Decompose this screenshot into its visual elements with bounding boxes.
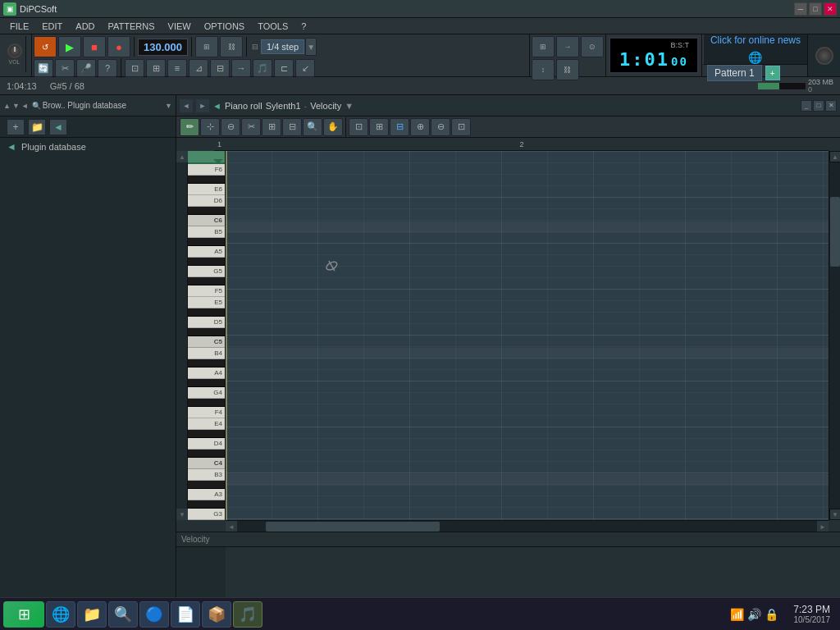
piano-key-cs6[interactable] (188, 207, 225, 215)
piano-key-bb5[interactable] (188, 238, 225, 246)
master-pitch-knob[interactable] (815, 47, 833, 65)
piano-key-gs4[interactable] (188, 379, 225, 387)
sidebar-search-icon[interactable]: 🔍 (32, 102, 41, 110)
tb2-btn-6[interactable]: ⊿ (189, 59, 208, 77)
piano-key-e5[interactable]: E5 (188, 297, 225, 308)
mixer-button[interactable]: ⊞ (195, 36, 218, 57)
snap-btn[interactable]: ↕ (532, 59, 555, 80)
close-button[interactable]: ✕ (824, 2, 837, 16)
scroll-up-arrow[interactable]: ▲ (829, 151, 840, 162)
tb2-btn-9[interactable]: 🎵 (253, 59, 272, 77)
piano-key-d6[interactable]: D6 (188, 195, 225, 207)
piano-key-g3[interactable]: G3 (188, 509, 225, 520)
piano-key-a4[interactable]: A4 (188, 368, 225, 379)
pr-pan-tool[interactable]: ✋ (323, 118, 343, 136)
piano-key-a3[interactable]: A3 (188, 489, 225, 500)
pr-mute-tool[interactable]: ⊟ (282, 118, 302, 136)
menu-help[interactable]: ? (294, 20, 313, 33)
tb2-btn-4[interactable]: ⊞ (146, 59, 166, 77)
pr-scroll-up-btn[interactable]: ▲ (176, 151, 188, 162)
pr-wrap-btn[interactable]: ⊡ (451, 118, 471, 136)
piano-key-c4[interactable]: C4 (188, 458, 225, 469)
piano-key-bb3[interactable] (188, 481, 225, 489)
link-button[interactable]: ⛓ (220, 36, 243, 57)
taskbar-ie[interactable]: 🌐 (46, 601, 75, 628)
volume-icon[interactable]: 🔊 (747, 608, 761, 621)
piano-key-f6[interactable]: F6 (188, 164, 225, 176)
tb2-btn-2[interactable]: ✂ (55, 59, 75, 77)
piano-key-g5[interactable]: G5 (188, 266, 225, 277)
piano-key-a5[interactable]: A5 (188, 246, 225, 258)
pr-zoom-tool[interactable]: 🔍 (303, 118, 322, 136)
menu-patterns[interactable]: PATTERNS (102, 20, 162, 33)
sidebar-chevron-icon[interactable]: ▼ (165, 102, 172, 110)
tb2-btn-help[interactable]: ? (98, 59, 117, 77)
piano-key-fs4[interactable] (188, 399, 225, 407)
piano-key-eb4[interactable] (188, 430, 225, 438)
piano-key-gs3[interactable] (188, 500, 225, 509)
plugin-btn[interactable]: ⊙ (581, 36, 604, 57)
menu-add[interactable]: ADD (69, 20, 101, 33)
menu-options[interactable]: OPTIONS (198, 20, 252, 33)
scroll-thumb[interactable] (830, 197, 840, 266)
piano-key-cs5[interactable] (188, 328, 225, 336)
taskbar-explorer[interactable]: 📁 (77, 601, 107, 628)
scroll-right-arrow[interactable]: ► (817, 521, 829, 532)
piano-key-d4[interactable]: D4 (188, 438, 225, 450)
piano-key-eb6[interactable] (188, 176, 225, 184)
menu-view[interactable]: VIEW (162, 20, 198, 33)
piano-key-b5[interactable]: B5 (188, 226, 225, 238)
vertical-scrollbar[interactable]: ▲ ▼ (829, 151, 840, 520)
stop-button[interactable]: ■ (83, 36, 106, 57)
piano-key-e4[interactable]: E4 (188, 418, 225, 430)
pr-prev-button[interactable]: ◄ (180, 99, 193, 112)
sidebar-up-arrow[interactable]: ▲ (3, 102, 11, 110)
taskbar-pdf[interactable]: 📄 (171, 601, 200, 628)
pr-color-btn[interactable]: ⊟ (390, 118, 409, 136)
piano-key-d5[interactable]: D5 (188, 317, 225, 328)
h-scroll-thumb[interactable] (266, 522, 440, 532)
link2-btn[interactable]: ⛓ (556, 59, 579, 80)
play-button[interactable]: ▶ (58, 36, 81, 57)
tb2-btn-7[interactable]: ⊟ (210, 59, 230, 77)
taskbar-fl-studio[interactable]: 🎵 (233, 601, 262, 628)
piano-key-b3[interactable]: B3 (188, 469, 225, 481)
menu-edit[interactable]: EDIT (35, 20, 69, 33)
menu-file[interactable]: FILE (3, 20, 35, 33)
tb2-btn-mic[interactable]: 🎤 (76, 59, 96, 77)
sidebar-add-icon[interactable]: + (7, 119, 25, 135)
piano-key-fs5[interactable] (188, 277, 225, 285)
pr-cut-tool[interactable]: ✂ (241, 118, 261, 136)
piano-key-cs4[interactable] (188, 450, 225, 458)
plugin-database-item[interactable]: ◄ Plugin database (0, 138, 176, 156)
pr-close-btn[interactable]: ✕ (825, 100, 837, 112)
piano-key-eb5[interactable] (188, 308, 225, 317)
sidebar-folder-icon[interactable]: 📁 (28, 119, 46, 135)
pr-select-tool[interactable]: ⊹ (200, 118, 220, 136)
minimize-button[interactable]: ─ (794, 2, 807, 16)
playlist-btn[interactable]: ⊞ (532, 36, 555, 57)
loop-button[interactable]: ↺ (34, 36, 57, 57)
pr-zoom-in-btn[interactable]: ⊕ (410, 118, 430, 136)
taskbar-app5[interactable]: 📦 (202, 601, 231, 628)
export-btn[interactable]: → (556, 36, 579, 57)
system-clock[interactable]: 7:23 PM 10/5/2017 (787, 604, 837, 624)
menu-tools[interactable]: TOOLS (251, 20, 294, 33)
piano-key-c6[interactable]: C6 (188, 215, 225, 226)
sidebar-down-arrow[interactable]: ▼ (12, 102, 20, 110)
grid-area[interactable] (226, 151, 829, 520)
piano-key-e6[interactable]: E6 (188, 184, 225, 195)
horizontal-scrollbar[interactable]: ◄ ► (226, 520, 829, 532)
piano-key-c5[interactable]: C5 (188, 336, 225, 348)
piano-key-g4[interactable]: G4 (188, 387, 225, 399)
pr-eraser-tool[interactable]: ⊖ (221, 118, 240, 136)
piano-key-bb4[interactable] (188, 359, 225, 368)
quantize-selector[interactable]: 1/4 step (261, 39, 304, 54)
tb2-btn-8[interactable]: → (231, 59, 251, 77)
taskbar-chrome[interactable]: 🔵 (139, 601, 169, 628)
pr-view-label[interactable]: Velocity (310, 101, 341, 111)
piano-key-b4[interactable]: B4 (188, 348, 225, 359)
pr-scroll-down-btn[interactable]: ▼ (176, 509, 188, 520)
pr-glue-tool[interactable]: ⊞ (262, 118, 281, 136)
bpm-display[interactable]: 130.000 (138, 39, 188, 56)
